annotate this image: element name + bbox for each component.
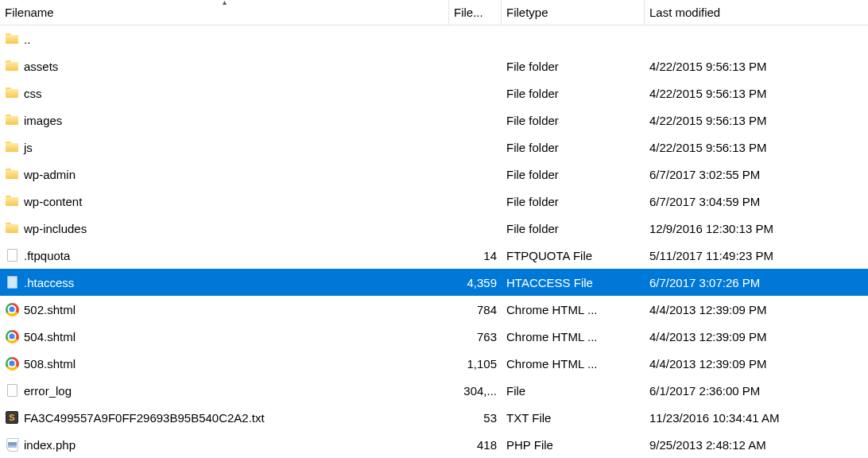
file-row[interactable]: .ftpquota14FTPQUOTA File5/11/2017 11:49:… [0, 242, 868, 269]
filename-label: .. [24, 33, 30, 46]
cell-filesize: 784 [449, 296, 502, 323]
column-header-modified[interactable]: Last modified [645, 0, 851, 25]
cell-filetype: FTPQUOTA File [502, 242, 645, 269]
cell-filename: SFA3C499557A9F0FF29693B95B540C2A2.txt [0, 404, 449, 431]
column-label: Filetype [506, 6, 548, 19]
chrome-icon [5, 356, 19, 371]
cell-filename: images [0, 107, 449, 134]
file-icon [5, 275, 19, 289]
column-header-filename[interactable]: Filename ▴ [0, 0, 449, 25]
cell-modified: 4/4/2013 12:39:09 PM [645, 323, 851, 350]
file-row[interactable]: SFA3C499557A9F0FF29693B95B540C2A2.txt53T… [0, 404, 868, 431]
cell-modified: 9/25/2013 2:48:12 AM [645, 431, 851, 458]
file-row[interactable]: wp-adminFile folder6/7/2017 3:02:55 PM [0, 161, 868, 188]
cell-filetype: Chrome HTML ... [502, 323, 645, 350]
folder-icon [5, 167, 19, 181]
file-list: ..assetsFile folder4/22/2015 9:56:13 PMc… [0, 25, 868, 458]
cell-modified: 6/7/2017 3:04:59 PM [645, 188, 851, 215]
file-row[interactable]: 508.shtml1,105Chrome HTML ...4/4/2013 12… [0, 350, 868, 377]
cell-modified: 12/9/2016 12:30:13 PM [645, 215, 851, 242]
folder-icon [5, 59, 19, 73]
filename-label: wp-includes [24, 222, 87, 235]
file-row[interactable]: assetsFile folder4/22/2015 9:56:13 PM [0, 52, 868, 80]
file-icon [5, 248, 19, 262]
filename-label: .htaccess [24, 276, 74, 289]
cell-filetype: File [502, 377, 645, 404]
filename-label: css [24, 87, 42, 100]
cell-filetype: TXT File [502, 404, 645, 431]
cell-filesize [449, 161, 502, 188]
cell-filename: js [0, 134, 449, 161]
file-row[interactable]: wp-contentFile folder6/7/2017 3:04:59 PM [0, 188, 868, 215]
filename-label: 502.shtml [24, 303, 76, 316]
filename-label: wp-admin [24, 168, 76, 181]
cell-modified: 6/7/2017 3:02:55 PM [645, 161, 851, 188]
cell-filesize: 1,105 [449, 350, 502, 377]
file-row[interactable]: 504.shtml763Chrome HTML ...4/4/2013 12:3… [0, 323, 868, 350]
cell-modified: 4/4/2013 12:39:09 PM [645, 350, 851, 377]
filename-label: assets [24, 60, 58, 73]
filename-label: js [24, 141, 33, 154]
cell-modified: 4/4/2013 12:39:09 PM [645, 296, 851, 323]
filename-label: .ftpquota [24, 249, 70, 262]
file-row[interactable]: error_log304,...File6/1/2017 2:36:00 PM [0, 377, 868, 404]
cell-filetype: File folder [502, 134, 645, 161]
cell-modified [645, 25, 851, 52]
cell-filename: .ftpquota [0, 242, 449, 269]
cell-modified: 5/11/2017 11:49:23 PM [645, 242, 851, 269]
cell-filesize: 418 [449, 431, 502, 458]
file-icon [5, 383, 19, 398]
file-row[interactable]: imagesFile folder4/22/2015 9:56:13 PM [0, 107, 868, 134]
file-row[interactable]: .. [0, 25, 868, 52]
cell-modified: 11/23/2016 10:34:41 AM [645, 404, 851, 431]
cell-filetype: PHP File [502, 431, 645, 458]
column-header-row: Filename ▴ File... Filetype Last modifie… [0, 0, 868, 25]
cell-filesize: 14 [449, 242, 502, 269]
cell-filetype: File folder [502, 52, 645, 80]
filename-label: wp-content [24, 195, 82, 208]
cell-filename: .htaccess [0, 269, 449, 296]
column-header-filetype[interactable]: Filetype [502, 0, 645, 25]
cell-filename: .. [0, 25, 449, 52]
file-row[interactable]: cssFile folder4/22/2015 9:56:13 PM [0, 80, 868, 107]
cell-modified: 4/22/2015 9:56:13 PM [645, 80, 851, 107]
cell-filesize: 53 [449, 404, 502, 431]
cell-filetype: File folder [502, 80, 645, 107]
column-header-filesize[interactable]: File... [449, 0, 502, 25]
file-row[interactable]: index.php418PHP File9/25/2013 2:48:12 AM [0, 431, 868, 458]
sublime-icon: S [5, 410, 19, 425]
cell-filesize [449, 134, 502, 161]
cell-filesize [449, 52, 502, 80]
folder-icon [5, 32, 19, 46]
cell-filetype [502, 25, 645, 52]
filename-label: 504.shtml [24, 330, 76, 344]
folder-icon [5, 86, 19, 100]
cell-filesize [449, 188, 502, 215]
cell-modified: 4/22/2015 9:56:13 PM [645, 107, 851, 134]
filename-label: images [24, 114, 62, 127]
cell-filesize: 763 [449, 323, 502, 350]
folder-icon [5, 113, 19, 127]
cell-filesize: 304,... [449, 377, 502, 404]
file-row[interactable]: .htaccess4,359HTACCESS File6/7/2017 3:07… [0, 269, 868, 296]
cell-filename: assets [0, 52, 449, 80]
sort-ascending-icon: ▴ [223, 0, 227, 6]
cell-filetype: File folder [502, 161, 645, 188]
cell-filename: wp-admin [0, 161, 449, 188]
cell-filename: 504.shtml [0, 323, 449, 350]
file-row[interactable]: jsFile folder4/22/2015 9:56:13 PM [0, 134, 868, 161]
cell-filetype: Chrome HTML ... [502, 296, 645, 323]
cell-modified: 4/22/2015 9:56:13 PM [645, 134, 851, 161]
cell-modified: 4/22/2015 9:56:13 PM [645, 52, 851, 80]
php-icon [5, 437, 19, 452]
folder-icon [5, 194, 19, 208]
filename-label: index.php [24, 438, 76, 452]
column-label: Filename [5, 6, 54, 19]
cell-filetype: HTACCESS File [502, 269, 645, 296]
cell-modified: 6/1/2017 2:36:00 PM [645, 377, 851, 404]
cell-filename: index.php [0, 431, 449, 458]
cell-filename: css [0, 80, 449, 107]
file-row[interactable]: 502.shtml784Chrome HTML ...4/4/2013 12:3… [0, 296, 868, 323]
file-row[interactable]: wp-includesFile folder12/9/2016 12:30:13… [0, 215, 868, 242]
cell-filename: wp-content [0, 188, 449, 215]
